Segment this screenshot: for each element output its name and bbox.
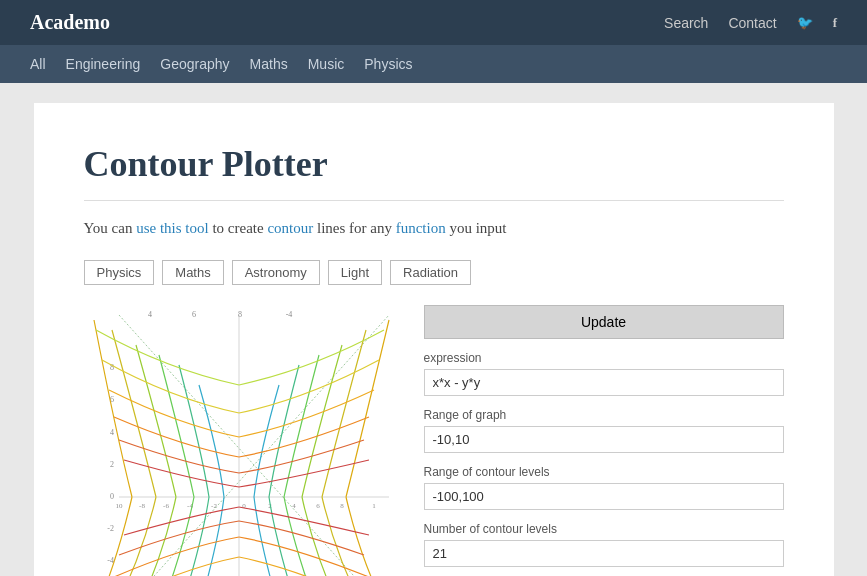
description-text: You can use this tool to create contour … xyxy=(84,216,784,240)
svg-text:-4: -4 xyxy=(285,310,292,319)
contour-link[interactable]: contour xyxy=(267,220,313,236)
svg-text:-8: -8 xyxy=(139,502,145,510)
range-graph-group: Range of graph xyxy=(424,408,784,453)
svg-text:8: 8 xyxy=(238,310,242,319)
site-logo: Academo xyxy=(30,11,110,34)
content-card: Contour Plotter You can use this tool to… xyxy=(34,103,834,576)
svg-text:4: 4 xyxy=(110,428,114,437)
svg-text:1: 1 xyxy=(372,502,376,510)
search-link[interactable]: Search xyxy=(664,15,708,31)
expression-label: expression xyxy=(424,351,784,365)
tag-light[interactable]: Light xyxy=(328,260,382,285)
tag-physics[interactable]: Physics xyxy=(84,260,155,285)
nav-all[interactable]: All xyxy=(30,56,46,72)
svg-text:6: 6 xyxy=(192,310,196,319)
navbar: All Engineering Geography Maths Music Ph… xyxy=(0,45,867,83)
svg-text:6: 6 xyxy=(316,502,320,510)
nav-maths[interactable]: Maths xyxy=(250,56,288,72)
page-title: Contour Plotter xyxy=(84,143,784,185)
twitter-icon[interactable]: 🐦 xyxy=(797,15,813,31)
plot-area: -4 8 6 4 8 6 4 2 0 -2 -4 -6 -8 10 -8 xyxy=(84,305,784,576)
range-contour-group: Range of contour levels xyxy=(424,465,784,510)
svg-text:0: 0 xyxy=(110,492,114,501)
tags-container: Physics Maths Astronomy Light Radiation xyxy=(84,260,784,285)
tag-astronomy[interactable]: Astronomy xyxy=(232,260,320,285)
expression-input[interactable] xyxy=(424,369,784,396)
facebook-icon[interactable]: f xyxy=(833,15,837,31)
header: Academo Search Contact 🐦 f xyxy=(0,0,867,45)
update-button[interactable]: Update xyxy=(424,305,784,339)
tag-radiation[interactable]: Radiation xyxy=(390,260,471,285)
tag-maths[interactable]: Maths xyxy=(162,260,223,285)
num-contour-input[interactable] xyxy=(424,540,784,567)
nav-engineering[interactable]: Engineering xyxy=(66,56,141,72)
use-this-tool-link[interactable]: use this tool xyxy=(136,220,209,236)
range-contour-label: Range of contour levels xyxy=(424,465,784,479)
num-contour-label: Number of contour levels xyxy=(424,522,784,536)
title-divider xyxy=(84,200,784,201)
range-contour-input[interactable] xyxy=(424,483,784,510)
contact-link[interactable]: Contact xyxy=(728,15,776,31)
main-wrapper: Contour Plotter You can use this tool to… xyxy=(0,83,867,576)
nav-geography[interactable]: Geography xyxy=(160,56,229,72)
svg-text:4: 4 xyxy=(148,310,152,319)
svg-text:2: 2 xyxy=(110,460,114,469)
num-contour-group: Number of contour levels xyxy=(424,522,784,567)
svg-text:4: 4 xyxy=(292,502,296,510)
nav-physics[interactable]: Physics xyxy=(364,56,412,72)
header-nav: Search Contact 🐦 f xyxy=(664,15,837,31)
range-graph-input[interactable] xyxy=(424,426,784,453)
svg-text:-2: -2 xyxy=(211,502,217,510)
svg-text:8: 8 xyxy=(340,502,344,510)
contour-plot: -4 8 6 4 8 6 4 2 0 -2 -4 -6 -8 10 -8 xyxy=(84,305,404,576)
range-graph-label: Range of graph xyxy=(424,408,784,422)
nav-music[interactable]: Music xyxy=(308,56,345,72)
svg-text:-2: -2 xyxy=(107,524,114,533)
controls-panel: Update expression Range of graph Range o… xyxy=(424,305,784,576)
svg-text:-6: -6 xyxy=(163,502,169,510)
expression-group: expression xyxy=(424,351,784,396)
function-link[interactable]: function xyxy=(396,220,446,236)
svg-text:10: 10 xyxy=(115,502,123,510)
